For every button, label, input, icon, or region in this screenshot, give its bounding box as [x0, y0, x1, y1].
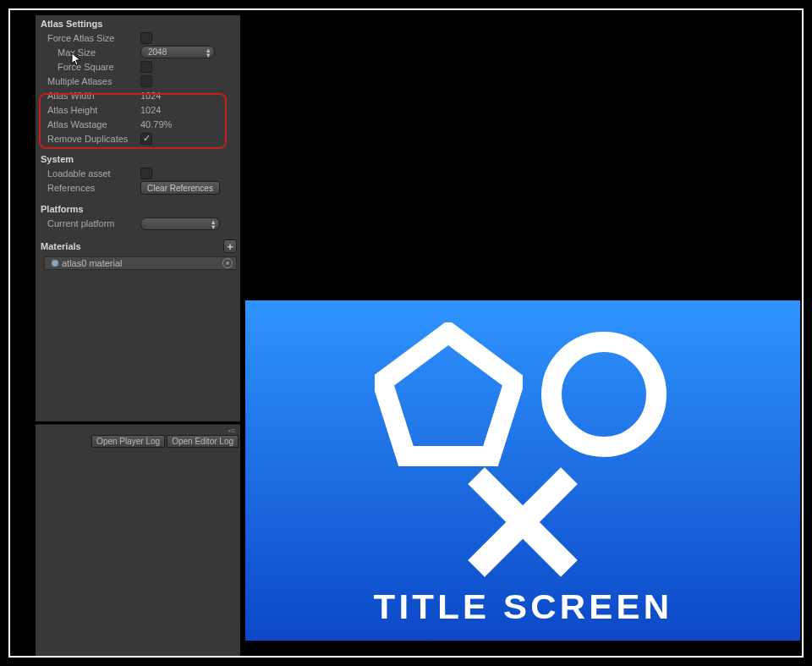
label-materials: Materials [41, 241, 81, 251]
checkbox-multiple-atlases[interactable] [140, 75, 152, 87]
console-toolbar: ▪≡ Open Player Log Open Editor Log [36, 424, 240, 448]
inspector-panel: Atlas Settings Force Atlas Size Max Size… [36, 15, 240, 421]
label-current-platform: Current platform [47, 218, 140, 228]
logo-shapes [375, 322, 672, 466]
value-atlas-width: 1024 [140, 91, 161, 101]
checkmark-icon: ✓ [143, 134, 151, 143]
row-max-size: Max Size 2048 ▴▾ [36, 45, 240, 59]
material-icon [52, 260, 58, 267]
row-references: References Clear References [36, 180, 240, 195]
title-text: TITLE SCREEN [373, 588, 672, 626]
pentagon-icon [375, 322, 523, 466]
checkbox-remove-duplicates[interactable]: ✓ [140, 133, 152, 145]
svg-point-1 [551, 342, 656, 447]
button-open-editor-log[interactable]: Open Editor Log [167, 435, 239, 448]
dropdown-current-platform[interactable]: ▴▾ [140, 217, 220, 230]
section-system: System [36, 151, 240, 166]
app-frame: Atlas Settings Force Atlas Size Max Size… [8, 8, 804, 658]
row-multiple-atlases: Multiple Atlases [36, 74, 240, 88]
label-multiple-atlases: Multiple Atlases [47, 76, 140, 86]
row-atlas-height: Atlas Height 1024 [36, 102, 240, 117]
section-materials: Materials + [36, 236, 240, 255]
row-atlas-wastage: Atlas Wastage 40.79% [36, 117, 240, 131]
checkbox-loadable-asset[interactable] [140, 168, 152, 179]
value-atlas-height: 1024 [140, 105, 161, 115]
checkbox-force-square[interactable] [140, 61, 152, 73]
button-open-player-log[interactable]: Open Player Log [91, 435, 165, 448]
row-atlas-width: Atlas Width 1024 [36, 88, 240, 102]
dropdown-arrows-icon: ▴▾ [206, 47, 211, 58]
svg-marker-0 [382, 333, 514, 456]
row-force-square: Force Square [36, 59, 240, 74]
label-remove-duplicates: Remove Duplicates [47, 134, 140, 144]
section-platforms: Platforms [36, 201, 240, 216]
game-view: TITLE SCREEN [245, 15, 800, 656]
row-loadable-asset: Loadable asset [36, 166, 240, 180]
label-force-atlas-size: Force Atlas Size [47, 33, 140, 43]
button-add-material[interactable]: + [223, 239, 237, 253]
row-current-platform: Current platform ▴▾ [36, 216, 240, 231]
circle-icon [536, 327, 672, 462]
section-atlas-settings: Atlas Settings [36, 15, 240, 30]
title-screen: TITLE SCREEN [245, 300, 800, 641]
row-remove-duplicates: Remove Duplicates ✓ [36, 131, 240, 146]
dropdown-max-size[interactable]: 2048 ▴▾ [140, 46, 215, 58]
value-atlas-wastage: 40.79% [140, 119, 172, 129]
label-force-square: Force Square [58, 62, 140, 72]
label-atlas-height: Atlas Height [47, 105, 140, 115]
button-clear-references[interactable]: Clear References [140, 181, 220, 195]
console-panel [36, 448, 240, 656]
object-picker-icon[interactable] [222, 258, 233, 268]
panel-menu-icon[interactable]: ▪≡ [228, 427, 235, 435]
label-max-size: Max Size [58, 47, 140, 58]
label-atlas-width: Atlas Width [47, 91, 140, 101]
label-loadable-asset: Loadable asset [47, 168, 140, 179]
material-item[interactable]: atlas0 material [44, 256, 237, 270]
dropdown-max-size-value: 2048 [148, 47, 167, 57]
dropdown-arrows-icon: ▴▾ [211, 219, 216, 229]
checkbox-force-atlas-size[interactable] [140, 32, 152, 44]
label-references: References [47, 183, 140, 193]
cross-icon [464, 463, 582, 581]
material-name: atlas0 material [62, 258, 123, 268]
label-atlas-wastage: Atlas Wastage [47, 119, 140, 129]
row-force-atlas-size: Force Atlas Size [36, 30, 240, 45]
